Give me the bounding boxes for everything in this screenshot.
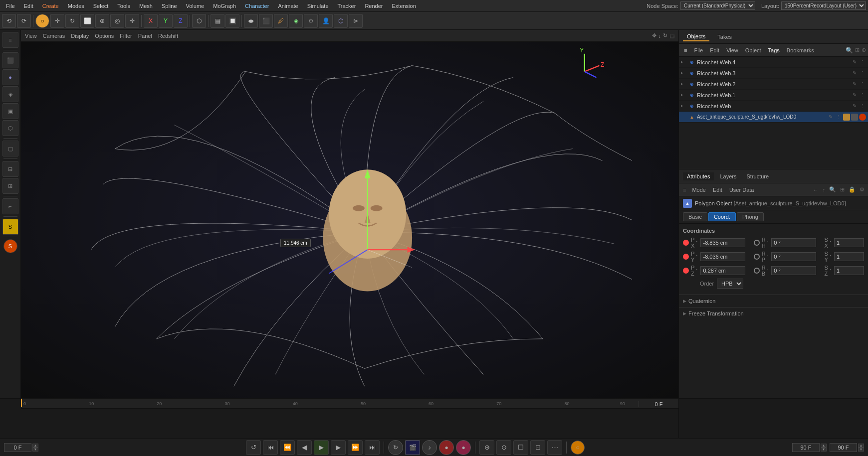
menu-simulate[interactable]: Simulate <box>303 2 333 10</box>
menu-tracker[interactable]: Tracker <box>334 2 360 10</box>
scale-tool-button[interactable]: ⬜ <box>80 14 94 28</box>
objects-tb-view[interactable]: View <box>723 46 741 54</box>
obj-dots-btn-1[interactable]: ⋮ <box>859 59 866 66</box>
viewport-icon-3[interactable]: ↻ <box>663 32 667 39</box>
py-input[interactable] <box>700 252 745 261</box>
transport-rec2-btn[interactable]: ● <box>456 440 471 455</box>
expand-btn-4[interactable]: ▸ <box>681 92 687 98</box>
start-frame-down[interactable]: ▼ <box>32 448 38 452</box>
transport-step-back-btn[interactable]: ◀ <box>297 440 312 455</box>
attr-tab-layers[interactable]: Layers <box>716 172 740 180</box>
expand-btn-6[interactable] <box>681 114 687 120</box>
end-frame-up2[interactable]: ▲ <box>858 444 864 448</box>
sidebar-box-btn[interactable]: ▣ <box>2 103 18 119</box>
redo-button[interactable]: ⟳ <box>17 14 31 28</box>
viewport-canvas[interactable]: Y Z 11.946 cm <box>21 42 678 398</box>
coord-tab-coord[interactable]: Coord. <box>708 212 736 221</box>
object-row-4[interactable]: ▸ ⊕ Ricochet Web.1 ✎ ⋮ <box>679 90 868 101</box>
objects-tb-menu[interactable]: ≡ <box>681 46 690 54</box>
transport-wave-btn[interactable]: ♪ <box>422 440 437 455</box>
transport-first-btn[interactable]: ⏮ <box>263 440 278 455</box>
rp-dot[interactable] <box>754 254 760 260</box>
objects-tb-bookmarks[interactable]: Bookmarks <box>784 46 817 54</box>
sidebar-sphere-btn[interactable]: ● <box>2 69 18 85</box>
attr-tb-edit[interactable]: Edit <box>710 186 725 194</box>
menu-render[interactable]: Render <box>361 2 387 10</box>
objects-tb-edit[interactable]: Edit <box>707 46 722 54</box>
pz-input[interactable] <box>700 266 745 275</box>
render-region-button[interactable]: ▤ <box>211 14 224 28</box>
quaternion-header[interactable]: ▶ Quaternion <box>679 295 868 307</box>
viewport-icon-1[interactable]: ✥ <box>652 32 656 39</box>
transport-rec-btn[interactable]: ● <box>439 440 454 455</box>
add-point-button[interactable]: ✛ <box>125 14 139 28</box>
menu-volume[interactable]: Volume <box>182 2 209 10</box>
menu-character[interactable]: Character <box>241 2 273 10</box>
move-tool-button[interactable]: ✛ <box>50 14 64 28</box>
node-space-select[interactable]: Current (Standard/Physical) <box>680 1 755 10</box>
obj-edit-btn-6[interactable]: ✎ <box>827 114 834 121</box>
menu-select[interactable]: Select <box>89 2 113 10</box>
pin-icon[interactable]: ⊕ <box>862 47 866 53</box>
end-frame-input2[interactable] <box>830 443 857 452</box>
pz-dot[interactable] <box>683 268 689 274</box>
end-frame-down2[interactable]: ▼ <box>858 448 864 452</box>
transport-loop-btn[interactable]: ↺ <box>246 440 261 455</box>
sidebar-square-btn[interactable]: ▢ <box>2 141 18 156</box>
layout-select[interactable]: 150PercentRecordLayout (User) <box>781 1 866 10</box>
attr-tb-up[interactable]: ↑ <box>821 187 827 193</box>
menu-animate[interactable]: Animate <box>274 2 302 10</box>
viewport-menu-options[interactable]: Options <box>95 33 114 39</box>
search-icon[interactable]: 🔍 <box>846 47 853 54</box>
attr-tab-attributes[interactable]: Attributes <box>683 172 714 180</box>
freeze-header[interactable]: ▶ Freeze Transformation <box>679 307 868 319</box>
transport-play-btn[interactable]: ▶ <box>314 440 329 455</box>
hex-button[interactable]: ⬡ <box>192 14 206 28</box>
transport-box-btn[interactable]: ☐ <box>513 440 528 455</box>
timeline-ruler[interactable]: 0 10 20 30 40 50 60 70 80 90 0 F <box>21 399 678 409</box>
object-row-6[interactable]: ▲ Aset_antique_sculpture_S_ugtkfevhw_LOD… <box>679 112 868 123</box>
object-row-5[interactable]: ▸ ⊕ Ricochet Web ✎ ⋮ <box>679 101 868 112</box>
viewport-icon-4[interactable]: ⬚ <box>669 32 674 39</box>
cube-button[interactable]: ⬛ <box>259 14 273 28</box>
rb-input[interactable] <box>771 266 816 275</box>
expand-btn-1[interactable]: ▸ <box>681 59 687 65</box>
obj-dots-btn-6[interactable]: ⋮ <box>835 114 842 121</box>
brush-button[interactable]: 🖊 <box>274 14 288 28</box>
y-axis-button[interactable]: Y <box>159 14 173 28</box>
attr-tb-settings[interactable]: ⚙ <box>858 186 866 193</box>
menu-file[interactable]: File <box>2 2 19 10</box>
rb-dot[interactable] <box>754 268 760 274</box>
sidebar-cylinder-btn[interactable]: ⬡ <box>2 120 18 136</box>
start-frame-input[interactable] <box>4 443 31 452</box>
obj-edit-btn-2[interactable]: ✎ <box>851 70 858 77</box>
transport-round-1[interactable]: ↻ <box>388 440 403 455</box>
viewport-menu-redshift[interactable]: Redshift <box>158 33 178 39</box>
order-select[interactable]: HPB <box>717 279 743 289</box>
end-frame-up[interactable]: ▲ <box>821 444 827 448</box>
transport-circle-btn[interactable]: ⊙ <box>496 440 511 455</box>
sidebar-yellow-btn[interactable]: S <box>2 219 18 235</box>
tab-takes[interactable]: Takes <box>713 33 736 41</box>
end-frame-input[interactable] <box>792 443 820 452</box>
sidebar-layers-btn[interactable]: ⊟ <box>2 161 18 177</box>
select-live-button[interactable]: ○ <box>35 14 49 28</box>
start-frame-up[interactable]: ▲ <box>32 444 38 448</box>
obj-edit-btn-4[interactable]: ✎ <box>851 92 858 99</box>
sx-input[interactable] <box>834 238 864 247</box>
viewport-menu-filter[interactable]: Filter <box>120 33 132 39</box>
obj-dots-btn-4[interactable]: ⋮ <box>859 92 866 99</box>
objects-tb-tags[interactable]: Tags <box>765 46 783 54</box>
gem-button[interactable]: ◈ <box>289 14 303 28</box>
attr-tb-lock[interactable]: 🔒 <box>847 186 857 193</box>
rp-input[interactable] <box>771 252 816 261</box>
viewport-menu-cameras[interactable]: Cameras <box>43 33 65 39</box>
transport-grid-btn[interactable]: ⊡ <box>530 440 545 455</box>
sidebar-grid-btn[interactable]: ⊞ <box>2 178 18 194</box>
menu-spline[interactable]: Spline <box>158 2 181 10</box>
menu-mesh[interactable]: Mesh <box>135 2 157 10</box>
px-dot[interactable] <box>683 240 689 246</box>
rh-dot[interactable] <box>754 240 760 246</box>
snap-button[interactable]: 🔲 <box>225 14 239 28</box>
transport-plus-btn[interactable]: ⊕ <box>479 440 494 455</box>
